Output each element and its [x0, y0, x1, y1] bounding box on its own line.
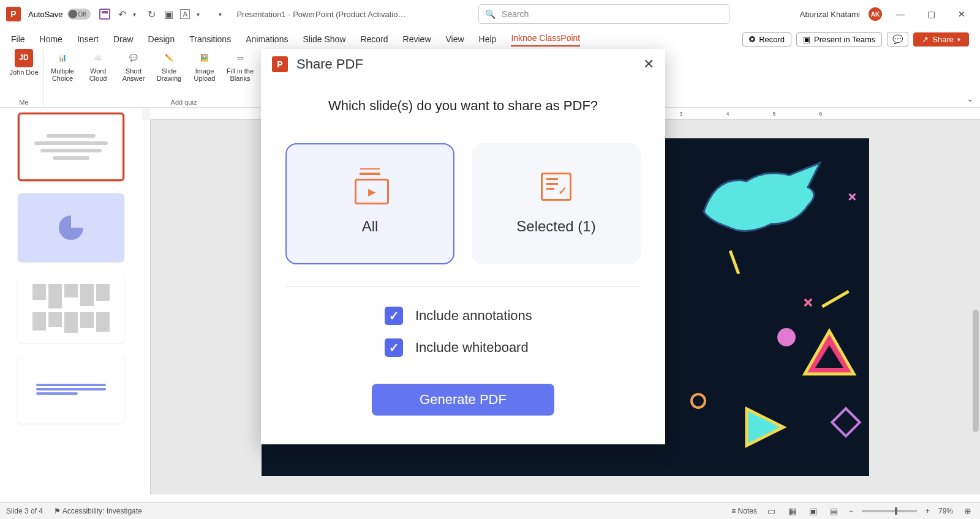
cloud-icon: ☁️ — [89, 49, 107, 66]
tab-draw[interactable]: Draw — [113, 32, 134, 47]
close-button[interactable]: ✕ — [949, 5, 974, 23]
selected-slides-icon — [541, 173, 571, 201]
include-whiteboard-checkbox[interactable]: ✓ Include whiteboard — [385, 338, 529, 357]
dialog-title: Share PDF — [296, 56, 363, 72]
reading-view-icon[interactable]: ▣ — [807, 505, 820, 517]
option-all-slides[interactable]: All — [285, 143, 454, 264]
present-teams-button[interactable]: ▣Present in Teams — [796, 32, 882, 47]
qat-customize-icon[interactable]: ▾ — [214, 9, 225, 20]
record-dot-icon — [749, 36, 755, 42]
ring-shape-icon — [690, 393, 706, 409]
avatar[interactable]: AK — [869, 7, 882, 21]
blanks-icon: ▭ — [232, 49, 249, 66]
minimize-button[interactable]: ― — [888, 5, 913, 23]
draw-icon: ✏️ — [160, 49, 178, 66]
font-icon[interactable]: A — [180, 9, 190, 19]
tab-animations[interactable]: Animations — [246, 32, 288, 47]
quiz-mc-button[interactable]: 📊Multiple Choice — [47, 49, 78, 82]
thumbnail-2[interactable] — [18, 193, 124, 262]
share-icon: ↗ — [922, 35, 929, 44]
slideshow-view-icon[interactable]: ▤ — [828, 505, 840, 517]
autosave-toggle[interactable]: Off — [67, 9, 91, 20]
username-label[interactable]: Aburizal Khatami — [800, 10, 860, 19]
include-annotations-checkbox[interactable]: ✓ Include annotations — [385, 307, 532, 325]
bird-shape-icon — [698, 157, 826, 248]
thumbnail-1[interactable] — [18, 113, 124, 181]
me-user-button[interactable]: JD John Doe — [9, 49, 39, 76]
quiz-imageupload-button[interactable]: 🖼️Image Upload — [189, 49, 220, 82]
tab-file[interactable]: File — [11, 32, 25, 47]
search-input[interactable]: 🔍 Search — [478, 4, 729, 24]
share-pdf-dialog: P Share PDF ✕ Which slide(s) do you want… — [261, 49, 665, 444]
tab-review[interactable]: Review — [403, 32, 431, 47]
document-title: Presentation1 - PowerPoint (Product Acti… — [236, 10, 408, 19]
triangle-play-icon — [741, 403, 790, 452]
vertical-scrollbar[interactable] — [973, 310, 979, 432]
quiz-wordcloud-button[interactable]: ☁️Word Cloud — [83, 49, 113, 82]
dialog-close-button[interactable]: ✕ — [643, 56, 654, 72]
fit-window-button[interactable]: ⊕ — [962, 505, 974, 517]
comments-button[interactable]: 💬 — [887, 32, 908, 47]
tab-home[interactable]: Home — [40, 32, 62, 47]
quiz-slidedraw-button[interactable]: ✏️Slide Drawing — [154, 49, 184, 82]
quiz-shortanswer-button[interactable]: 💬Short Answer — [118, 49, 149, 82]
zoom-percent[interactable]: 79% — [938, 507, 953, 515]
tab-design[interactable]: Design — [148, 32, 175, 47]
slide-counter: Slide 3 of 4 — [6, 507, 43, 515]
tab-slideshow[interactable]: Slide Show — [303, 32, 345, 47]
tab-transitions[interactable]: Transitions — [189, 32, 231, 47]
sorter-view-icon[interactable]: ▦ — [786, 505, 799, 517]
normal-view-icon[interactable]: ▭ — [766, 505, 778, 517]
image-icon: 🖼️ — [196, 49, 213, 66]
accessibility-icon: ⚑ — [54, 507, 62, 515]
accessibility-status[interactable]: ⚑ Accessibility: Investigate — [54, 507, 142, 515]
redo-icon[interactable]: ↻ — [146, 9, 157, 20]
thumbnail-3[interactable] — [18, 274, 124, 343]
quiz-fillblanks-button[interactable]: ▭Fill in the Blanks — [225, 49, 255, 82]
x-shape-icon: + — [842, 187, 862, 207]
tab-help[interactable]: Help — [479, 32, 497, 47]
line-shape-icon — [729, 250, 740, 274]
dialog-app-icon: P — [272, 56, 288, 72]
diamond-shape-icon — [831, 407, 862, 438]
dialog-divider — [285, 286, 641, 287]
font-drop-icon[interactable]: ▾ — [192, 9, 203, 20]
tab-record[interactable]: Record — [360, 32, 388, 47]
ribbon-tabs: File Home Insert Draw Design Transitions… — [0, 28, 980, 47]
vertical-ruler — [142, 120, 151, 495]
speech-icon: 💬 — [125, 49, 142, 66]
zoom-slider[interactable] — [862, 510, 917, 512]
bar-chart-icon: 📊 — [54, 49, 71, 66]
undo-icon[interactable]: ↶ — [116, 9, 127, 20]
app-icon: P — [6, 7, 21, 21]
zoom-in-button[interactable]: + — [925, 507, 930, 515]
present-icon[interactable]: ▣ — [163, 9, 174, 20]
share-button[interactable]: ↗Share▾ — [913, 32, 969, 47]
option-selected-slides[interactable]: Selected (1) — [472, 143, 641, 264]
thumbnail-4[interactable] — [18, 355, 124, 424]
undo-drop-icon[interactable]: ▾ — [129, 9, 140, 20]
all-slides-icon — [355, 173, 385, 201]
tab-view[interactable]: View — [446, 32, 464, 47]
generate-pdf-button[interactable]: Generate PDF — [372, 384, 554, 416]
tab-insert[interactable]: Insert — [77, 32, 99, 47]
checkbox-checked-icon: ✓ — [385, 338, 403, 357]
maximize-button[interactable]: ▢ — [919, 5, 943, 23]
zoom-out-button[interactable]: − — [849, 507, 853, 515]
share-drop-icon: ▾ — [957, 36, 960, 43]
triangle-shape-icon — [802, 328, 857, 383]
search-icon: 🔍 — [485, 9, 496, 19]
collapse-ribbon-button[interactable]: ⌄ — [967, 94, 974, 103]
line-shape-icon — [821, 290, 850, 308]
slide-thumbnails — [0, 108, 142, 495]
save-icon[interactable] — [99, 9, 110, 20]
x-shape-icon: + — [796, 291, 820, 315]
status-bar: Slide 3 of 4 ⚑ Accessibility: Investigat… — [0, 502, 980, 519]
tab-classpoint[interactable]: Inknoe ClassPoint — [511, 31, 580, 47]
teams-icon: ▣ — [803, 35, 810, 44]
record-button[interactable]: Record — [742, 32, 791, 47]
user-badge-icon: JD — [15, 49, 33, 67]
notes-button[interactable]: ≡ Notes — [731, 507, 757, 515]
pie-shape-icon — [59, 215, 83, 240]
checkbox-checked-icon: ✓ — [385, 307, 403, 325]
